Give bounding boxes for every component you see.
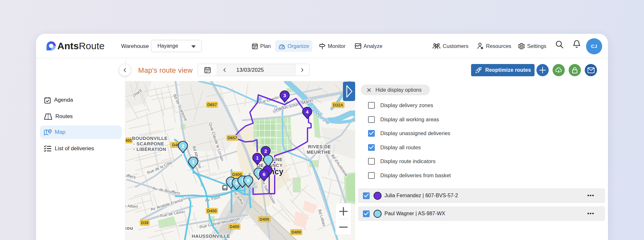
svg-text:- SCARPONE: - SCARPONE bbox=[133, 141, 164, 146]
svg-text:4: 4 bbox=[306, 109, 309, 115]
svg-text:8: 8 bbox=[247, 178, 250, 183]
svg-text:1: 1 bbox=[192, 159, 195, 164]
svg-text:s Albert: s Albert bbox=[126, 204, 138, 209]
svg-text:RIVES DE: RIVES DE bbox=[308, 144, 331, 149]
svg-text:D32A: D32A bbox=[333, 103, 343, 107]
svg-text:BOUDONVILLE: BOUDONVILLE bbox=[132, 136, 167, 141]
svg-text:D400: D400 bbox=[291, 230, 301, 235]
svg-text:- LIBÉRATION: - LIBÉRATION bbox=[133, 147, 166, 152]
svg-text:D400: D400 bbox=[260, 217, 269, 222]
svg-text:HAUSSONVILLE: HAUSSONVILLE bbox=[192, 234, 230, 239]
svg-text:D657: D657 bbox=[228, 136, 237, 140]
svg-text:MEURTHE: MEURTHE bbox=[307, 150, 331, 155]
svg-text:6: 6 bbox=[263, 171, 266, 177]
svg-text:D400: D400 bbox=[207, 209, 217, 213]
svg-text:2: 2 bbox=[182, 143, 185, 149]
svg-text:D400: D400 bbox=[230, 225, 239, 229]
svg-text:1: 1 bbox=[256, 155, 259, 161]
svg-text:D39: D39 bbox=[141, 221, 148, 225]
svg-text:2: 2 bbox=[264, 148, 267, 154]
svg-text:D657: D657 bbox=[207, 103, 217, 107]
svg-text:400: 400 bbox=[126, 138, 132, 143]
svg-text:3: 3 bbox=[283, 93, 286, 98]
svg-text:xou: xou bbox=[126, 225, 133, 231]
